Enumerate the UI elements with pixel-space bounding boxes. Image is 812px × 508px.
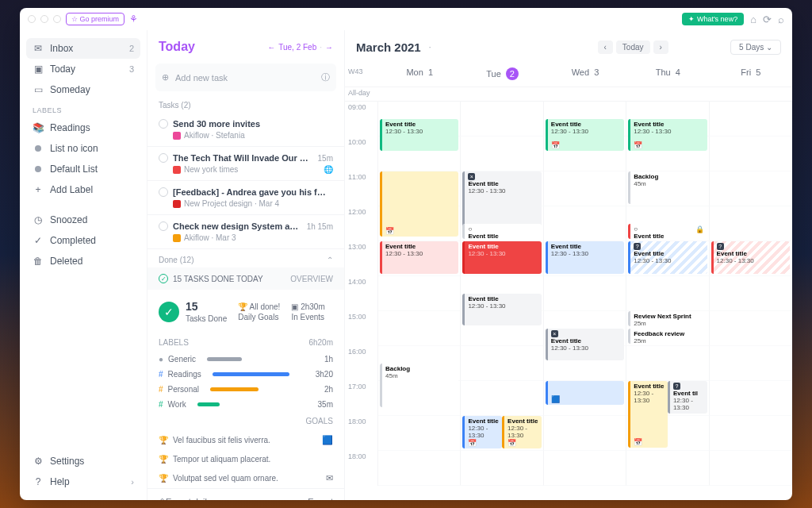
task-checkbox[interactable] <box>159 221 168 231</box>
day-header[interactable]: Mon 1 <box>378 61 461 87</box>
go-premium-button[interactable]: ☆ Go premium <box>66 13 124 25</box>
calendar-event[interactable]: Event title12:30 - 13:30📅 <box>462 416 502 448</box>
sidebar-item-inbox[interactable]: ✉ Inbox 2 <box>26 38 140 59</box>
sidebar-label-item[interactable]: Default List <box>26 159 140 179</box>
calendar-cell[interactable] <box>378 137 461 171</box>
calendar-event[interactable]: Event title12:30 - 13:30 <box>380 241 458 274</box>
calendar-event[interactable]: Feedback review25m <box>628 329 707 344</box>
calendar-cell[interactable]: Event title12:30 - 13:30 <box>378 102 461 137</box>
calendar-cell[interactable]: ○ Event title30m🔒 <box>626 206 709 241</box>
calendar-cell[interactable] <box>710 102 792 137</box>
cal-next-button[interactable]: › <box>653 40 668 54</box>
calendar-event[interactable]: ?Event title12:30 - 13:30 <box>628 241 707 274</box>
calendar-cell[interactable]: Event title12:30 - 13:30 <box>461 241 543 276</box>
calendar-cell[interactable]: Review Next Sprint25mFeedback review25m <box>626 311 709 346</box>
calendar-cell[interactable] <box>378 311 461 346</box>
calendar-cell[interactable] <box>626 137 709 171</box>
calendar-cell[interactable] <box>626 451 709 486</box>
sidebar-item-today[interactable]: ▣ Today 3 <box>26 59 140 79</box>
calendar-event[interactable]: 🟦 <box>546 381 624 405</box>
whats-new-button[interactable]: ✦ What's new? <box>682 13 744 25</box>
sidebar-item-completed[interactable]: ✓ Completed <box>26 230 140 251</box>
cal-today-button[interactable]: Today <box>616 40 650 54</box>
task-item[interactable]: Check new design System and impro...1h 1… <box>147 215 344 249</box>
current-date[interactable]: Tue, 2 Feb <box>278 43 316 52</box>
calendar-cell[interactable] <box>544 276 626 311</box>
prev-day-button[interactable]: ← <box>267 43 275 52</box>
calendar-cell[interactable] <box>626 416 709 451</box>
calendar-event[interactable]: ?Event til12:30 - 13:30 <box>668 381 707 414</box>
calendar-cell[interactable]: ?Event title12:30 - 13:30 <box>710 241 792 276</box>
day-header[interactable]: Fri 5 <box>710 61 792 87</box>
calendar-cell[interactable] <box>461 102 543 137</box>
calendar-cell[interactable]: Event title12:30 - 13:30📅 <box>626 102 709 137</box>
calendar-event[interactable]: Review Next Sprint25m <box>628 311 707 326</box>
sidebar-label-item[interactable]: List no icon <box>26 138 140 159</box>
view-selector[interactable]: 5 Days ⌄ <box>730 40 781 55</box>
calendar-cell[interactable]: Event title12:30 - 13:30 <box>378 241 461 276</box>
calendar-cell[interactable] <box>544 346 626 381</box>
calendar-cell[interactable]: ×Event title12:30 - 13:30📅 <box>461 171 543 206</box>
add-task-input[interactable]: ⊕ Add new task ⓘ <box>155 64 336 91</box>
calendar-cell[interactable] <box>710 381 792 416</box>
calendar-cell[interactable]: Event title12:30 - 13:30📅 <box>544 102 626 137</box>
calendar-cell[interactable] <box>461 346 543 381</box>
calendar-cell[interactable] <box>710 171 792 206</box>
calendar-event[interactable]: Event title12:30 - 13:30📅 <box>502 416 542 448</box>
calendar-cell[interactable] <box>378 206 461 241</box>
calendar-cell[interactable]: Backlog45m <box>378 346 461 381</box>
max-dot[interactable] <box>53 15 61 23</box>
calendar-cell[interactable] <box>544 171 626 206</box>
min-dot[interactable] <box>40 15 48 23</box>
calendar-cell[interactable] <box>461 381 543 416</box>
calendar-cell[interactable] <box>544 206 626 241</box>
calendar-cell[interactable] <box>544 416 626 451</box>
calendar-cell[interactable] <box>710 451 792 486</box>
sidebar-item-snoozed[interactable]: ◷ Snoozed <box>26 210 140 230</box>
calendar-cell[interactable]: Event title12:30 - 13:30 <box>544 241 626 276</box>
calendar-event[interactable]: ?Event title12:30 - 13:30 <box>711 241 790 274</box>
calendar-cell[interactable] <box>544 137 626 171</box>
calendar-event[interactable]: Backlog45m <box>628 171 707 204</box>
calendar-cell[interactable] <box>461 311 543 346</box>
sidebar-item-someday[interactable]: ▭ Someday <box>26 79 140 100</box>
done-summary-header[interactable]: ✓ 15 TASKS DONE TODAY OVERVIEW <box>147 267 344 290</box>
calendar-cell[interactable] <box>710 206 792 241</box>
sidebar-item-settings[interactable]: ⚙ Settings <box>26 451 140 471</box>
calendar-cell[interactable]: ?Event title12:30 - 13:30 <box>626 241 709 276</box>
calendar-cell[interactable]: 📅 <box>378 171 461 206</box>
notification-icon[interactable]: ⌂ <box>750 13 756 25</box>
calendar-cell[interactable] <box>626 346 709 381</box>
calendar-cell[interactable] <box>710 276 792 311</box>
calendar-cell[interactable]: ×Event title12:30 - 13:30 <box>544 311 626 346</box>
calendar-cell[interactable] <box>710 416 792 451</box>
day-header[interactable]: Wed 3 <box>544 61 626 87</box>
sync-icon[interactable]: ⟳ <box>763 13 772 25</box>
task-item[interactable]: [Feedback] - Andrea gave you his fee...N… <box>147 181 344 215</box>
calendar-cell[interactable] <box>461 451 543 486</box>
calendar-cell[interactable] <box>378 416 461 451</box>
calendar-cell[interactable]: Event title12:30 - 13:30📅Event title12:3… <box>461 416 543 451</box>
calendar-cell[interactable] <box>626 276 709 311</box>
add-label-button[interactable]: + Add Label <box>26 179 140 200</box>
close-dot[interactable] <box>28 15 36 23</box>
calendar-cell[interactable]: Event title12:30 - 13:30 <box>461 276 543 311</box>
next-day-button[interactable]: → <box>325 43 333 52</box>
calendar-cell[interactable] <box>710 137 792 171</box>
sidebar-item-deleted[interactable]: 🗑 Deleted <box>26 251 140 271</box>
calendar-cell[interactable]: Backlog45m <box>626 171 709 206</box>
calendar-event[interactable]: Event title12:30 - 13:30 <box>546 241 624 274</box>
calendar-cell[interactable] <box>710 346 792 381</box>
calendar-cell[interactable]: Event title12:30 - 13:30📅?Event til12:30… <box>626 381 709 416</box>
calendar-cell[interactable] <box>461 137 543 171</box>
calendar-cell[interactable] <box>378 381 461 416</box>
cal-prev-button[interactable]: ‹ <box>598 40 613 54</box>
task-checkbox[interactable] <box>159 119 168 129</box>
calendar-cell[interactable]: ○ Event title30m <box>461 206 543 241</box>
search-icon[interactable]: ⌕ <box>778 13 784 25</box>
calendar-cell[interactable] <box>378 276 461 311</box>
task-item[interactable]: The Tech That Will Invade Our Lives i...… <box>147 147 344 181</box>
calendar-cell[interactable] <box>544 451 626 486</box>
calendar-cell[interactable] <box>710 311 792 346</box>
calendar-event[interactable]: Event title12:30 - 13:30 <box>462 241 541 274</box>
